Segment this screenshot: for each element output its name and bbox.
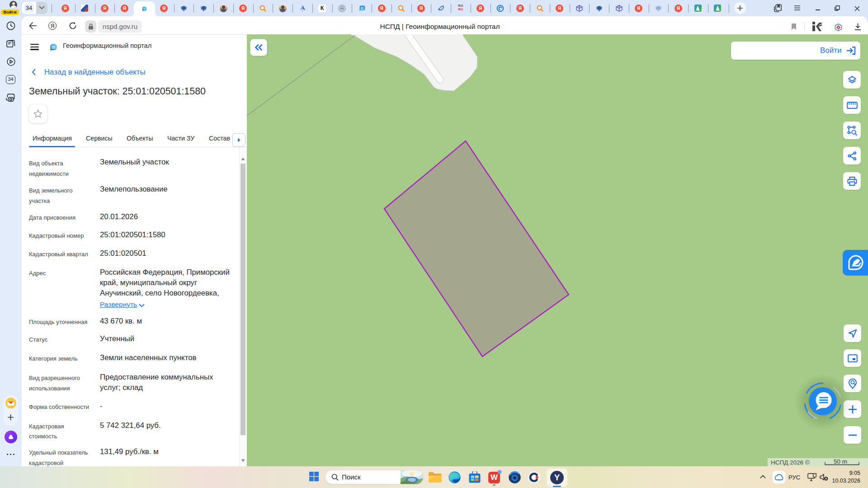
svg-text:50 m: 50 m <box>834 458 847 465</box>
svg-text:НСПД 2026 ©: НСПД 2026 © <box>771 459 810 466</box>
